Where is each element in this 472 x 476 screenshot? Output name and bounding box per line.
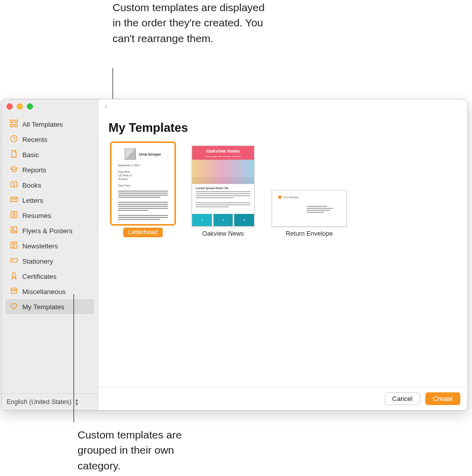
svg-point-12 bbox=[12, 273, 16, 277]
envelope-icon bbox=[10, 195, 18, 205]
sidebar-item-my-templates[interactable]: My Templates bbox=[6, 299, 94, 314]
sidebar-item-label: Recents bbox=[22, 136, 48, 143]
sidebar-item-resumes[interactable]: Resumes bbox=[6, 208, 94, 223]
svg-point-9 bbox=[13, 229, 14, 230]
sidebar-categories: All Templates Recents Basic Reports bbox=[2, 114, 98, 314]
sidebar-item-books[interactable]: Books bbox=[6, 177, 94, 193]
sidebar-item-label: Books bbox=[22, 181, 42, 189]
newspaper-icon bbox=[10, 241, 18, 251]
sidebar-item-flyers-posters[interactable]: Flyers & Posters bbox=[6, 223, 94, 238]
image-icon bbox=[10, 226, 18, 236]
sidebar-item-recents[interactable]: Recents bbox=[6, 132, 94, 147]
window-titlebar bbox=[2, 99, 98, 114]
sidebar-item-label: Letters bbox=[22, 197, 43, 204]
thumbnail-banner-text: Oakview News bbox=[192, 146, 254, 155]
template-oakview-news[interactable]: Oakview News Lorem ipsum dolor sit amet … bbox=[192, 145, 255, 237]
main-content: ‹ My Templates Urna Semper September 1, … bbox=[98, 99, 467, 410]
template-label: Letterhead bbox=[123, 228, 162, 237]
sidebar-item-stationery[interactable]: Stationery bbox=[6, 253, 94, 269]
archive-icon bbox=[10, 286, 18, 297]
person-card-icon bbox=[10, 210, 18, 221]
template-thumbnail: Urna Semper September 1, 2021 Trent Pine… bbox=[112, 143, 174, 224]
template-thumbnail: Urna Semper bbox=[272, 190, 347, 227]
maximize-icon[interactable] bbox=[27, 103, 33, 109]
svg-point-7 bbox=[13, 213, 15, 215]
template-chooser-window: All Templates Recents Basic Reports bbox=[1, 99, 468, 411]
sidebar: All Templates Recents Basic Reports bbox=[2, 99, 98, 410]
template-label: Oakview News bbox=[202, 230, 244, 237]
svg-rect-11 bbox=[11, 259, 17, 263]
template-label: Return Envelope bbox=[285, 230, 333, 237]
sidebar-item-label: Newsletters bbox=[22, 242, 58, 250]
create-button[interactable]: Create bbox=[425, 392, 460, 405]
sidebar-item-label: My Templates bbox=[22, 303, 64, 311]
clock-icon bbox=[10, 134, 18, 144]
page-title: My Templates bbox=[98, 114, 467, 141]
document-icon bbox=[10, 150, 18, 160]
chevron-updown-icon: ▲▼ bbox=[75, 398, 79, 406]
mortarboard-icon bbox=[10, 165, 18, 175]
sidebar-collapse-button[interactable]: ‹ bbox=[101, 102, 111, 111]
sidebar-item-letters[interactable]: Letters bbox=[6, 193, 94, 208]
main-header: ‹ bbox=[98, 99, 467, 114]
sidebar-item-miscellaneous[interactable]: Miscellaneous bbox=[6, 284, 94, 299]
language-popup[interactable]: English (United States) ▲▼ bbox=[2, 393, 98, 410]
cancel-button[interactable]: Cancel bbox=[385, 392, 420, 405]
svg-rect-1 bbox=[15, 120, 17, 123]
template-letterhead[interactable]: Urna Semper September 1, 2021 Trent Pine… bbox=[112, 143, 174, 237]
template-gallery: Urna Semper September 1, 2021 Trent Pine… bbox=[98, 141, 467, 237]
ribbon-icon bbox=[10, 271, 18, 281]
footer: Cancel Create bbox=[98, 387, 467, 410]
close-icon[interactable] bbox=[7, 103, 13, 109]
sidebar-item-certificates[interactable]: Certificates bbox=[6, 269, 94, 284]
chevron-left-icon: ‹ bbox=[105, 103, 107, 110]
svg-rect-14 bbox=[11, 290, 16, 294]
sidebar-item-label: All Templates bbox=[22, 121, 63, 128]
sidebar-item-newsletters[interactable]: Newsletters bbox=[6, 238, 94, 253]
sidebar-item-label: Flyers & Posters bbox=[22, 227, 72, 235]
svg-rect-0 bbox=[11, 120, 13, 123]
callout-bottom-leader bbox=[74, 294, 74, 422]
callout-top: Custom templates are displayed in the or… bbox=[113, 0, 265, 46]
callout-bottom: Custom templates are grouped in their ow… bbox=[78, 427, 209, 473]
sidebar-item-label: Resumes bbox=[22, 212, 51, 219]
template-return-envelope[interactable]: Urna Semper Return Envelope bbox=[272, 190, 347, 237]
svg-rect-2 bbox=[11, 124, 13, 127]
svg-rect-3 bbox=[15, 124, 17, 127]
heart-icon bbox=[10, 302, 18, 312]
sidebar-item-label: Miscellaneous bbox=[22, 288, 66, 296]
sidebar-item-label: Basic bbox=[22, 151, 39, 159]
language-label: English (United States) bbox=[7, 398, 71, 406]
card-icon bbox=[10, 256, 18, 266]
sidebar-item-all-templates[interactable]: All Templates bbox=[6, 117, 94, 132]
sidebar-item-label: Reports bbox=[22, 166, 46, 174]
sidebar-item-basic[interactable]: Basic bbox=[6, 147, 94, 162]
sidebar-item-label: Stationery bbox=[22, 258, 53, 265]
sidebar-item-reports[interactable]: Reports bbox=[6, 162, 94, 177]
grid-icon bbox=[10, 119, 18, 129]
book-icon bbox=[10, 180, 18, 190]
sidebar-item-label: Certificates bbox=[22, 273, 57, 280]
minimize-icon[interactable] bbox=[17, 103, 23, 109]
template-thumbnail: Oakview News Lorem ipsum dolor sit amet … bbox=[192, 145, 255, 227]
